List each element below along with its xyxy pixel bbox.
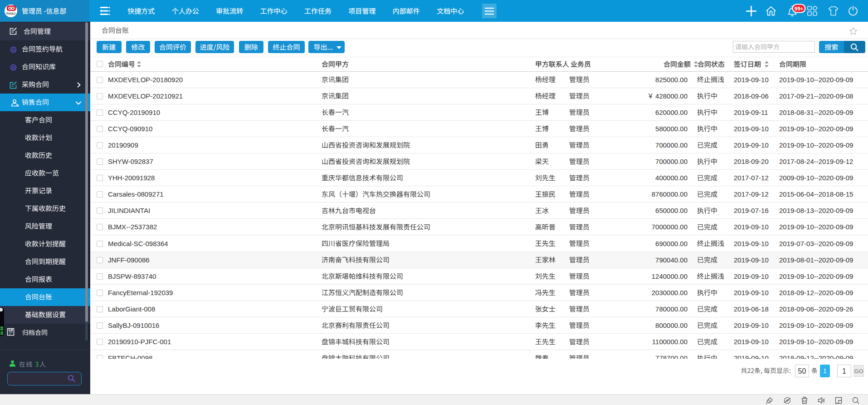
svg-text:SPOWER: SPOWER [8, 14, 15, 15]
svg-text:99+: 99+ [795, 6, 804, 11]
